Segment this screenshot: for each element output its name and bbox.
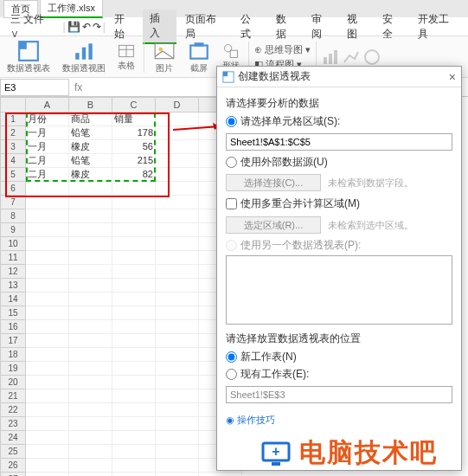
cell[interactable] [156,320,199,334]
cell[interactable]: 铅笔 [69,154,112,168]
cell[interactable] [112,182,156,196]
cell[interactable]: 215 [112,154,156,168]
row-header[interactable]: 24 [0,431,26,445]
cell[interactable] [156,140,199,154]
cell[interactable] [26,209,69,223]
cell[interactable] [156,251,199,265]
row-header[interactable]: 17 [0,334,26,348]
cell[interactable] [69,237,112,251]
cell[interactable] [26,417,69,431]
input-cell-range[interactable] [226,133,452,151]
cell[interactable] [26,265,69,279]
cell[interactable] [69,459,112,473]
cell[interactable] [156,473,199,476]
cell[interactable]: 178 [112,126,156,140]
cell[interactable] [26,320,69,334]
row-header[interactable]: 1 [0,113,26,126]
cell[interactable]: 56 [112,140,156,154]
cell[interactable] [69,279,112,293]
row-header[interactable]: 5 [0,168,26,182]
cell[interactable] [69,209,112,223]
cell[interactable] [69,196,112,209]
tab-review[interactable]: 审阅 [305,10,338,43]
cell[interactable] [156,348,199,362]
cell[interactable] [26,362,69,376]
cell[interactable] [156,113,199,126]
cell[interactable] [156,389,199,403]
cell[interactable] [112,348,156,362]
cell[interactable] [69,473,112,476]
ribbon-picture[interactable]: 图片 [150,38,179,76]
cell[interactable]: 二月 [26,154,69,168]
cell[interactable] [156,154,199,168]
col-header-C[interactable]: C [112,97,156,113]
cell[interactable]: 橡皮 [69,168,112,182]
cell[interactable] [69,293,112,306]
quick-redo-icon[interactable]: ↷ [93,21,101,33]
cell[interactable] [156,182,199,196]
row-header[interactable]: 3 [0,140,26,154]
row-header[interactable]: 25 [0,445,26,459]
cell[interactable] [26,389,69,403]
btn-select-area[interactable]: 选定区域(R)... [226,216,321,234]
cell[interactable] [26,473,69,476]
cell[interactable] [156,293,199,306]
cell[interactable] [112,376,156,389]
chart-icon-3[interactable] [363,48,381,66]
cell[interactable]: 二月 [26,168,69,182]
row-header[interactable]: 21 [0,389,26,403]
dialog-titlebar[interactable]: 创建数据透视表 × [217,67,461,87]
quick-undo-icon[interactable]: ↶ [82,21,91,33]
cell[interactable] [156,306,199,320]
cell[interactable] [112,279,156,293]
cell[interactable] [112,265,156,279]
cell[interactable]: 一月 [26,140,69,154]
cell[interactable] [69,348,112,362]
cell[interactable] [156,168,199,182]
cell[interactable] [69,334,112,348]
cell[interactable] [112,473,156,476]
row-header[interactable]: 13 [0,279,26,293]
cell[interactable] [112,209,156,223]
row-header[interactable]: 27 [0,473,26,476]
cell[interactable] [156,376,199,389]
row-header[interactable]: 12 [0,265,26,279]
ribbon-pivottable[interactable]: 数据透视表 [3,38,54,76]
row-header[interactable]: 16 [0,320,26,334]
cell[interactable] [26,223,69,237]
tab-security[interactable]: 安全 [375,10,409,43]
cell[interactable] [112,362,156,376]
select-all-corner[interactable] [0,97,26,113]
tab-home[interactable]: 开始 [107,10,141,43]
cell[interactable] [26,279,69,293]
cell[interactable] [112,445,156,459]
btn-select-connection[interactable]: 选择连接(C)... [226,174,321,191]
cell[interactable] [69,362,112,376]
cell[interactable] [112,334,156,348]
cell[interactable] [69,223,112,237]
cell[interactable] [112,196,156,209]
cell[interactable] [26,431,69,445]
radio-cell-range[interactable] [226,116,237,127]
row-header[interactable]: 23 [0,417,26,431]
cell[interactable] [26,376,69,389]
quick-save-icon[interactable]: 💾 [67,21,80,33]
row-header[interactable]: 9 [0,223,26,237]
cell[interactable] [156,196,199,209]
row-header[interactable]: 4 [0,154,26,168]
cell[interactable] [156,417,199,431]
cell[interactable] [26,196,69,209]
chart-icon[interactable] [322,48,339,66]
cell[interactable] [69,445,112,459]
row-header[interactable]: 8 [0,209,26,223]
cell[interactable] [112,431,156,445]
cell[interactable]: 商品 [69,113,112,126]
tab-dev[interactable]: 开发工具 [411,10,465,43]
cell[interactable] [69,306,112,320]
cell[interactable] [26,403,69,417]
cell[interactable] [156,223,199,237]
cell[interactable] [69,182,112,196]
cell[interactable] [156,265,199,279]
ribbon-pivotchart[interactable]: 数据透视图 [59,38,109,76]
tab-data[interactable]: 数据 [269,10,303,43]
